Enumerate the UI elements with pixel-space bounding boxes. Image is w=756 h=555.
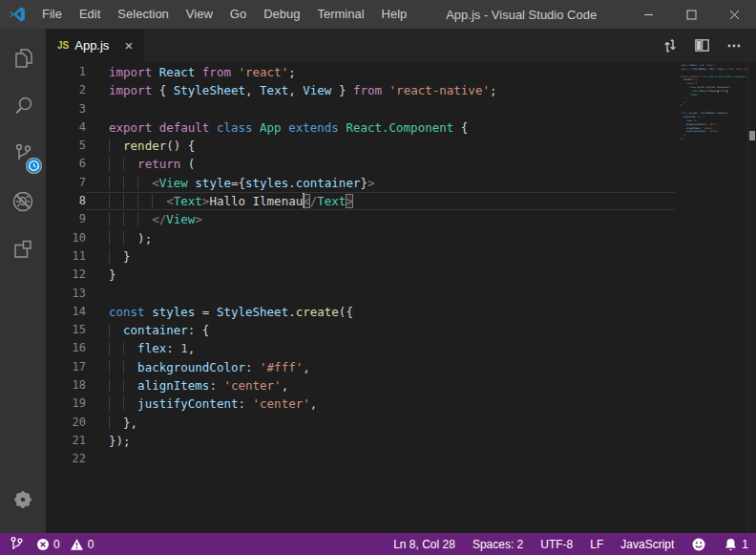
menu-terminal[interactable]: Terminal (308, 0, 372, 29)
code-line[interactable]: 7 <View style={styles.container}> (46, 174, 756, 192)
sidebar-item-explorer[interactable] (0, 34, 46, 82)
overview-cursor-marker (749, 131, 755, 140)
line-number: 18 (46, 376, 86, 395)
sync-changes-icon[interactable] (662, 37, 679, 54)
minimap[interactable]: import React from 'react';import { Style… (675, 62, 747, 533)
encoding-status[interactable]: UTF-8 (540, 538, 573, 551)
sidebar-item-debug[interactable] (0, 178, 46, 225)
code-line[interactable]: 21}); (46, 432, 756, 450)
scm-clock-badge (26, 158, 42, 174)
line-number: 9 (46, 210, 86, 228)
indentation-status[interactable]: Spaces: 2 (472, 538, 523, 551)
line-number: 21 (46, 432, 86, 450)
code-line[interactable]: 16 flex: 1, (46, 339, 756, 357)
eol-status[interactable]: LF (590, 538, 603, 551)
status-bar: 0 0 Ln 8, Col 28 Spaces: 2 UTF-8 LF Java… (0, 533, 756, 555)
tab-close-icon[interactable]: × (124, 38, 133, 53)
code-line[interactable]: 17 backgroundColor: '#fff', (46, 358, 756, 376)
bell-icon (724, 537, 738, 552)
menubar: File Edit Selection View Go Debug Termin… (33, 0, 415, 29)
editor-scrollbar[interactable] (747, 62, 756, 533)
tab-bar: JS App.js × (46, 29, 756, 62)
explorer-icon (10, 46, 35, 71)
code-line[interactable]: 22 (46, 450, 756, 468)
errors-icon (36, 538, 50, 551)
git-branch-status[interactable] (10, 536, 23, 552)
code-line[interactable]: 20 }, (46, 414, 756, 432)
code-line[interactable]: 8 <Text>Hallo Ilmenau</Text> (46, 192, 756, 210)
window-title: App.js - Visual Studio Code (415, 8, 627, 22)
menu-help[interactable]: Help (373, 0, 416, 29)
smiley-icon (691, 537, 706, 552)
line-number: 7 (46, 174, 86, 192)
line-number: 17 (46, 358, 86, 376)
line-number: 8 (46, 192, 86, 210)
sidebar-item-search[interactable] (0, 82, 46, 130)
line-number: 6 (46, 155, 86, 173)
close-icon (729, 10, 740, 20)
javascript-file-icon: JS (57, 40, 69, 51)
line-number: 10 (46, 229, 86, 247)
line-number: 12 (46, 266, 86, 284)
code-line[interactable]: 3 (46, 100, 756, 118)
split-editor-icon[interactable] (694, 37, 710, 53)
code-line[interactable]: 12} (46, 266, 756, 284)
close-button[interactable] (713, 0, 756, 29)
problems-status[interactable]: 0 0 (36, 538, 94, 551)
menu-go[interactable]: Go (221, 0, 255, 29)
code-line[interactable]: 4export default class App extends React.… (46, 118, 756, 137)
warning-count: 0 (88, 538, 94, 551)
extensions-icon (10, 237, 35, 262)
language-mode-status[interactable]: JavaScript (620, 538, 674, 551)
line-number: 13 (46, 285, 86, 303)
line-number: 2 (46, 81, 86, 99)
code-line[interactable]: 18 alignItems: 'center', (46, 376, 756, 395)
code-line[interactable]: 9 </View> (46, 210, 756, 228)
tab-appjs[interactable]: JS App.js × (46, 29, 144, 62)
git-branch-icon (10, 536, 23, 552)
editor-actions (662, 29, 756, 62)
line-number: 16 (46, 339, 86, 357)
debug-icon (10, 189, 35, 214)
maximize-icon (686, 10, 697, 20)
sidebar-item-extensions[interactable] (0, 225, 46, 273)
sidebar-item-source-control[interactable] (0, 130, 46, 178)
warnings-icon (70, 538, 84, 551)
line-number: 5 (46, 137, 86, 155)
code-editor[interactable]: 1import React from 'react';2import { Sty… (46, 62, 756, 533)
menu-selection[interactable]: Selection (109, 0, 177, 29)
minimize-button[interactable] (627, 0, 670, 29)
menu-file[interactable]: File (33, 0, 71, 29)
code-line[interactable]: 14const styles = StyleSheet.create({ (46, 303, 756, 321)
error-count: 0 (53, 538, 60, 551)
line-number: 4 (46, 118, 86, 137)
line-number: 15 (46, 321, 86, 339)
feedback-button[interactable] (691, 537, 706, 552)
line-number: 19 (46, 395, 86, 413)
cursor-position-status[interactable]: Ln 8, Col 28 (393, 538, 455, 551)
line-number: 11 (46, 247, 86, 266)
maximize-button[interactable] (670, 0, 713, 29)
menu-edit[interactable]: Edit (71, 0, 109, 29)
code-line[interactable]: 5 render() { (46, 137, 756, 155)
menu-debug[interactable]: Debug (255, 0, 308, 29)
settings-button[interactable] (0, 476, 46, 523)
code-line[interactable]: 6 return ( (46, 155, 756, 173)
minimize-icon (643, 10, 654, 20)
titlebar: File Edit Selection View Go Debug Termin… (0, 0, 756, 29)
code-line[interactable]: 13 (46, 285, 756, 303)
notifications-button[interactable]: 1 (724, 537, 748, 552)
vscode-logo-icon (9, 6, 26, 23)
search-icon (10, 94, 35, 118)
code-line[interactable]: 10 ); (46, 229, 756, 247)
more-actions-icon[interactable] (725, 37, 743, 54)
code-line[interactable]: 15 container: { (46, 321, 756, 339)
code-line[interactable]: 11 } (46, 247, 756, 266)
notification-count: 1 (742, 538, 748, 551)
gear-icon (11, 488, 34, 511)
code-line[interactable]: 2import { StyleSheet, Text, View } from … (46, 81, 756, 99)
code-line[interactable]: 1import React from 'react'; (46, 63, 756, 81)
code-line[interactable]: 19 justifyContent: 'center', (46, 395, 756, 413)
menu-view[interactable]: View (178, 0, 221, 29)
line-number: 3 (46, 100, 86, 118)
